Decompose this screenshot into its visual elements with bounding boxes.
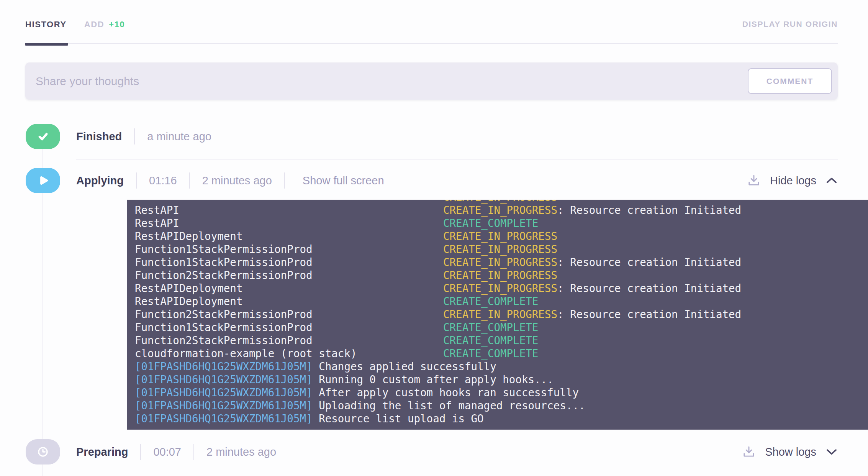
log-line: RestAPIDeploymentCREATE_IN_PROGRESS: Res… bbox=[135, 282, 868, 295]
play-icon bbox=[26, 168, 60, 193]
log-line: Function1StackPermissionProdCREATE_IN_PR… bbox=[135, 256, 868, 269]
log-status-column: CREATE_COMPLETE bbox=[443, 347, 538, 360]
show-full-screen-link[interactable]: Show full screen bbox=[303, 174, 384, 187]
log-status: CREATE_IN_PROGRESS bbox=[443, 230, 557, 242]
log-status: CREATE_COMPLETE bbox=[443, 321, 538, 333]
tabs-bar: HISTORY ADD +10 DISPLAY RUN ORIGIN bbox=[25, 0, 838, 44]
log-status-column: CREATE_COMPLETE bbox=[443, 217, 538, 230]
chevron-down-icon[interactable] bbox=[825, 448, 838, 456]
tab-add-label: ADD bbox=[84, 20, 104, 30]
log-resource-name: Function1StackPermissionProd bbox=[135, 243, 313, 255]
log-status: CREATE_IN_PROGRESS bbox=[443, 269, 557, 281]
log-resource-name: Function2StackPermissionProd bbox=[135, 334, 313, 346]
log-status: CREATE_IN_PROGRESS bbox=[443, 243, 557, 255]
log-status-column: CREATE_IN_PROGRESS bbox=[443, 269, 557, 282]
meta-separator bbox=[193, 444, 194, 460]
timeline-entry-applying: Applying 01:16 2 minutes ago Show full s… bbox=[25, 168, 838, 430]
log-resource-name: RestAPI bbox=[135, 217, 179, 229]
log-console[interactable]: CREATE_IN_PROGRESSRestAPICREATE_IN_PROGR… bbox=[127, 200, 868, 430]
log-status: CREATE_COMPLETE bbox=[443, 334, 538, 346]
log-resource-name: Function1StackPermissionProd bbox=[135, 256, 313, 268]
log-line: RestAPIDeploymentCREATE_COMPLETE bbox=[135, 295, 868, 308]
log-run-id: [01FPASHD6HQ1G25WXZDM61J05M] bbox=[135, 360, 313, 373]
log-line: RestAPIDeploymentCREATE_IN_PROGRESS bbox=[135, 230, 868, 243]
run-timeline: Finished a minute ago Applying 01:16 bbox=[25, 124, 838, 465]
log-status-column: CREATE_IN_PROGRESS bbox=[443, 243, 557, 256]
log-status: CREATE_COMPLETE bbox=[443, 217, 538, 229]
check-icon bbox=[26, 124, 60, 149]
meta-separator bbox=[134, 128, 135, 144]
log-status-column: CREATE_IN_PROGRESS: Resource creation In… bbox=[443, 308, 741, 321]
comment-input[interactable] bbox=[36, 75, 748, 88]
log-line: [01FPASHD6HQ1G25WXZDM61J05M] After apply… bbox=[135, 386, 868, 399]
log-line: Function2StackPermissionProdCREATE_IN_PR… bbox=[135, 269, 868, 282]
show-logs-toggle[interactable]: Show logs bbox=[765, 446, 816, 458]
log-line: Function1StackPermissionProdCREATE_COMPL… bbox=[135, 321, 868, 334]
log-status-column: CREATE_COMPLETE bbox=[443, 295, 538, 308]
log-resource-name: RestAPIDeployment bbox=[135, 230, 242, 242]
run-history-page: HISTORY ADD +10 DISPLAY RUN ORIGIN COMME… bbox=[0, 0, 868, 476]
log-line: Function2StackPermissionProdCREATE_IN_PR… bbox=[135, 308, 868, 321]
download-logs-icon[interactable] bbox=[747, 174, 761, 187]
log-message: : Resource creation Initiated bbox=[557, 204, 741, 216]
log-status-column: CREATE_IN_PROGRESS bbox=[443, 200, 557, 204]
log-line: RestAPICREATE_IN_PROGRESS: Resource crea… bbox=[135, 204, 868, 217]
entry-status-label: Finished bbox=[76, 130, 122, 143]
timeline-entry-finished: Finished a minute ago bbox=[25, 124, 838, 149]
tab-add[interactable]: ADD +10 bbox=[84, 20, 125, 30]
active-tab-underline bbox=[25, 43, 68, 46]
log-line: RestAPICREATE_COMPLETE bbox=[135, 217, 868, 230]
log-resource-name: RestAPI bbox=[135, 204, 179, 216]
log-message: : Resource creation Initiated bbox=[557, 282, 741, 294]
log-resource-name: Function2StackPermissionProd bbox=[135, 269, 313, 281]
comment-box: COMMENT bbox=[25, 62, 838, 100]
log-line: Function2StackPermissionProdCREATE_COMPL… bbox=[135, 334, 868, 347]
log-status: CREATE_IN_PROGRESS bbox=[443, 308, 557, 320]
log-status-column: CREATE_IN_PROGRESS: Resource creation In… bbox=[443, 256, 741, 269]
entry-status-label: Applying bbox=[76, 174, 124, 187]
tab-add-badge: +10 bbox=[109, 20, 125, 30]
log-message: : Resource creation Initiated bbox=[557, 256, 741, 268]
download-logs-icon[interactable] bbox=[742, 445, 756, 459]
log-resource-name: Function2StackPermissionProd bbox=[135, 308, 313, 320]
log-resource-name: cloudformation-example (root stack) bbox=[135, 347, 357, 359]
log-line: Function1StackPermissionProdCREATE_IN_PR… bbox=[135, 243, 868, 256]
log-message: After apply custom hooks ran successfull… bbox=[313, 386, 579, 399]
log-line: [01FPASHD6HQ1G25WXZDM61J05M] Running 0 c… bbox=[135, 373, 868, 386]
entry-status-label: Preparing bbox=[76, 446, 128, 458]
log-line: [01FPASHD6HQ1G25WXZDM61J05M] Uploading t… bbox=[135, 399, 868, 412]
log-message: : Resource creation Initiated bbox=[557, 308, 741, 320]
log-status: CREATE_IN_PROGRESS bbox=[443, 256, 557, 268]
log-resource-name: RestAPIDeployment bbox=[135, 295, 242, 307]
log-run-id: [01FPASHD6HQ1G25WXZDM61J05M] bbox=[135, 399, 313, 412]
clock-icon bbox=[26, 439, 60, 465]
log-message: Resource list upload is GO bbox=[313, 412, 484, 425]
log-run-id: [01FPASHD6HQ1G25WXZDM61J05M] bbox=[135, 373, 313, 386]
display-run-origin-button[interactable]: DISPLAY RUN ORIGIN bbox=[742, 20, 838, 29]
entry-duration: 00:07 bbox=[153, 446, 181, 458]
log-line: CREATE_IN_PROGRESS bbox=[135, 200, 868, 204]
log-run-id: [01FPASHD6HQ1G25WXZDM61J05M] bbox=[135, 412, 313, 425]
log-message: Running 0 custom after apply hooks... bbox=[313, 373, 554, 386]
log-line: cloudformation-example (root stack)CREAT… bbox=[135, 347, 868, 360]
tab-history[interactable]: HISTORY bbox=[25, 20, 67, 30]
entry-time-ago: 2 minutes ago bbox=[202, 174, 272, 187]
meta-separator bbox=[140, 444, 141, 460]
log-resource-name: RestAPIDeployment bbox=[135, 282, 242, 294]
log-status: CREATE_COMPLETE bbox=[443, 347, 538, 359]
log-message: Uploading the list of managed resources.… bbox=[313, 399, 585, 412]
log-status: CREATE_IN_PROGRESS bbox=[443, 200, 557, 203]
log-status-column: CREATE_IN_PROGRESS bbox=[443, 230, 557, 243]
meta-separator bbox=[284, 172, 285, 189]
meta-separator bbox=[136, 172, 137, 189]
entry-duration: 01:16 bbox=[149, 174, 177, 187]
log-status-column: CREATE_COMPLETE bbox=[443, 334, 538, 347]
comment-button[interactable]: COMMENT bbox=[748, 68, 832, 94]
chevron-up-icon[interactable] bbox=[825, 176, 838, 185]
entry-time-ago: 2 minutes ago bbox=[206, 446, 276, 458]
log-status-column: CREATE_COMPLETE bbox=[443, 321, 538, 334]
log-status: CREATE_IN_PROGRESS bbox=[443, 204, 557, 216]
hide-logs-toggle[interactable]: Hide logs bbox=[770, 174, 816, 187]
log-status: CREATE_IN_PROGRESS bbox=[443, 282, 557, 294]
log-line: [01FPASHD6HQ1G25WXZDM61J05M] Resource li… bbox=[135, 412, 868, 425]
